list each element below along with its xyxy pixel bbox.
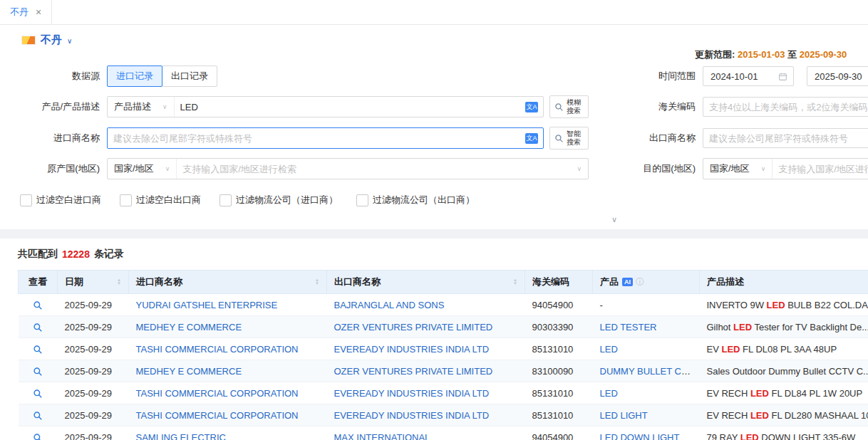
description-pre: INVERTO 9W xyxy=(707,300,767,310)
tab-close-icon[interactable]: × xyxy=(36,7,41,17)
checkbox-icon[interactable] xyxy=(20,194,32,206)
cell-importer: MEDHEY E COMMERCE xyxy=(129,360,327,382)
sort-desc-icon[interactable]: ▼ xyxy=(117,282,121,286)
col-label: 产品 xyxy=(600,276,619,288)
destination-type-select[interactable]: 国家/地区 ∨ xyxy=(703,159,773,179)
importer-link[interactable]: TASHI COMMERCIAL CORPORATION xyxy=(136,410,299,421)
importer-link[interactable]: MEDHEY E COMMERCE xyxy=(136,366,242,377)
col-exporter[interactable]: 出口商名称 ▲▼ xyxy=(327,271,525,294)
importer-link[interactable]: YUDRAI GATSHEL ENTERPRISE xyxy=(136,300,278,310)
product-label: 产品/产品描述 xyxy=(0,100,107,113)
translate-icon[interactable]: 文A xyxy=(525,102,538,112)
exporter-link[interactable]: EVEREADY INDUSTRIES INDIA LTD xyxy=(334,410,490,421)
sort-desc-icon[interactable]: ▼ xyxy=(513,282,517,286)
view-row-button[interactable] xyxy=(33,389,43,399)
checkbox-icon[interactable] xyxy=(356,194,368,206)
origin-country-input[interactable] xyxy=(177,164,577,174)
col-product: 产品 AI ⓘ xyxy=(593,271,700,294)
origin-type-select[interactable]: 国家/地区 ∨ xyxy=(108,159,177,179)
view-row-button[interactable] xyxy=(33,300,43,310)
results-summary: 共匹配到 12228 条记录 xyxy=(18,248,868,261)
product-search-input[interactable] xyxy=(175,102,525,112)
checkbox-icon[interactable] xyxy=(120,194,132,206)
view-row-button[interactable] xyxy=(33,323,43,332)
customs-code-input[interactable] xyxy=(703,97,868,117)
exporter-link[interactable]: OZER VENTURES PRIVATE LIMITED xyxy=(334,366,493,377)
product-link[interactable]: LED xyxy=(600,388,618,399)
exporter-field xyxy=(703,128,868,148)
cell-importer: TASHI COMMERCIAL CORPORATION xyxy=(129,338,327,360)
product-link[interactable]: LED DOWN LIGHT xyxy=(600,432,680,440)
filter-logistics-importer-checkbox[interactable]: 过滤物流公司（进口商） xyxy=(219,194,338,206)
product-link[interactable]: LED LIGHT xyxy=(600,410,648,421)
importer-link[interactable]: SAMLING ELECTRIC xyxy=(136,432,226,440)
info-icon[interactable]: ⓘ xyxy=(636,276,644,288)
table-row: 2025-09-29 TASHI COMMERCIAL CORPORATION … xyxy=(19,382,868,404)
exporter-link[interactable]: OZER VENTURES PRIVATE LIMITED xyxy=(334,322,493,332)
view-row-button[interactable] xyxy=(33,411,43,421)
cell-importer: TASHI COMMERCIAL CORPORATION xyxy=(129,404,327,426)
filter-blank-importer-checkbox[interactable]: 过滤空白进口商 xyxy=(20,194,101,206)
exporter-name-input[interactable] xyxy=(703,128,868,148)
exporter-link[interactable]: EVEREADY INDUSTRIES INDIA LTD xyxy=(334,388,490,399)
cell-view xyxy=(19,294,58,316)
product-link[interactable]: LED TESTER xyxy=(600,322,657,332)
sort-icons[interactable]: ▲▼ xyxy=(513,278,517,286)
product-type-select[interactable]: 产品描述 ∨ xyxy=(108,97,175,117)
country-chevron-down-icon[interactable]: ∨ xyxy=(67,37,72,45)
importer-link[interactable]: TASHI COMMERCIAL CORPORATION xyxy=(136,344,299,355)
sort-desc-icon[interactable]: ▼ xyxy=(315,282,319,286)
destination-type-value: 国家/地区 xyxy=(710,162,750,175)
destination-label: 目的国(地区) xyxy=(589,162,703,175)
filter-blank-exporter-checkbox[interactable]: 过滤空白出口商 xyxy=(120,194,201,206)
table-row: 2025-09-29 TASHI COMMERCIAL CORPORATION … xyxy=(19,404,868,426)
collapse-panel-button[interactable]: ∨ xyxy=(597,214,631,225)
description-post: FL DL280 MASHAAL 10... xyxy=(769,410,868,421)
fuzzy-search-button[interactable]: 模糊搜索 xyxy=(549,95,589,118)
description-pre: EV xyxy=(707,344,722,355)
import-records-toggle[interactable]: 进口记录 xyxy=(107,66,162,87)
checkbox-icon[interactable] xyxy=(219,194,232,206)
cell-date: 2025-09-29 xyxy=(58,360,129,382)
filter-row-2: 产品/产品描述 产品描述 ∨ 文A 模糊搜索 海关编码 xyxy=(0,95,868,118)
col-date[interactable]: 日期 ▲▼ xyxy=(58,271,129,294)
export-records-toggle[interactable]: 出口记录 xyxy=(162,66,217,87)
view-row-button[interactable] xyxy=(33,433,43,440)
view-row-button[interactable] xyxy=(33,345,43,355)
translate-icon[interactable]: 文A xyxy=(525,133,538,144)
importer-name-input[interactable] xyxy=(108,133,525,144)
description-post: DOWN LIGHT 335-6W xyxy=(759,432,856,440)
view-row-button[interactable] xyxy=(33,367,43,377)
smart-search-button[interactable]: 智能搜索 xyxy=(549,127,589,150)
product-link[interactable]: DUMMY BULLET CCTV... xyxy=(600,366,700,377)
exporter-link[interactable]: BAJRANGLAL AND SONS xyxy=(334,300,445,310)
magnifier-icon xyxy=(33,389,43,399)
col-importer[interactable]: 进口商名称 ▲▼ xyxy=(129,271,327,294)
date-from-input[interactable] xyxy=(709,70,774,83)
cell-importer: SAMLING ELECTRIC xyxy=(129,426,327,440)
filter-row-4: 原产国(地区) 国家/地区 ∨ ∨ 目的国(地区) 国家/地区 ∨ xyxy=(0,158,868,179)
importer-link[interactable]: TASHI COMMERCIAL CORPORATION xyxy=(136,388,299,399)
date-to-box[interactable] xyxy=(807,66,868,86)
page-header: 不丹 ∨ xyxy=(21,33,868,47)
cell-hs-code: 85131010 xyxy=(525,338,593,360)
description-highlight: LED xyxy=(733,322,752,332)
date-to-input[interactable] xyxy=(813,70,868,83)
col-description: 产品描述 xyxy=(700,271,868,294)
exporter-link[interactable]: EVEREADY INDUSTRIES INDIA LTD xyxy=(334,344,490,355)
tab-bhutan[interactable]: 不丹 × xyxy=(0,0,52,24)
exporter-link[interactable]: MAX INTERNATIONAL xyxy=(334,432,430,440)
sort-icons[interactable]: ▲▼ xyxy=(117,278,121,286)
destination-country-input[interactable] xyxy=(773,164,868,174)
product-field: 产品描述 ∨ 文A 模糊搜索 xyxy=(107,95,589,118)
importer-link[interactable]: MEDHEY E COMMERCE xyxy=(136,322,242,332)
update-range-sep: 至 xyxy=(787,49,797,60)
product-link[interactable]: LED xyxy=(600,344,618,355)
origin-label: 原产国(地区) xyxy=(0,162,107,175)
sort-icons[interactable]: ▲▼ xyxy=(315,278,319,286)
filter-logistics-exporter-checkbox[interactable]: 过滤物流公司（出口商） xyxy=(356,194,475,206)
table-header-row: 查看 日期 ▲▼ 进口商名称 ▲▼ 出口商名称 xyxy=(19,271,868,294)
cell-hs-code: 85131010 xyxy=(525,404,593,426)
cell-date: 2025-09-29 xyxy=(58,338,129,360)
date-from-box[interactable] xyxy=(703,66,794,86)
